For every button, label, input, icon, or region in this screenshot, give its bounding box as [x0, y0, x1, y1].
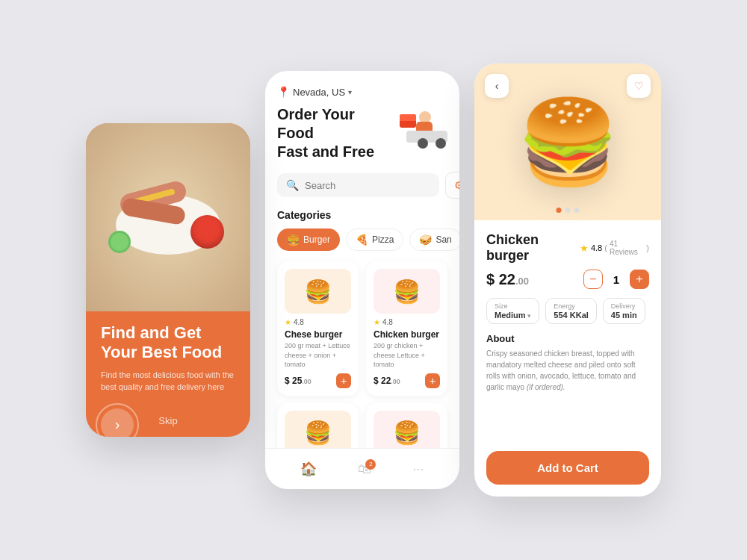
- dot-3[interactable]: [574, 208, 580, 213]
- home-icon: 🏠: [300, 461, 317, 477]
- splash-screen: Find and Get Your Best Food Find the mos…: [86, 123, 250, 437]
- food-card-4[interactable]: 🍔 ★4.8 Double burger 400 gr meat + chees…: [366, 403, 447, 448]
- product-price: $ 22.00: [486, 271, 529, 288]
- add-to-cart-button[interactable]: Add to Cart: [486, 451, 649, 485]
- food-card-3[interactable]: 🍔 ★4.8 Burger 200 gr meat + cheese + oni…: [277, 403, 359, 448]
- nav-more-item[interactable]: ···: [412, 461, 424, 477]
- quantity-decrease-button[interactable]: −: [583, 270, 603, 289]
- categories-label: Categories: [277, 209, 447, 221]
- add-to-cart-2-button[interactable]: +: [425, 373, 440, 388]
- detail-screen: ‹ ♡ 🍔 Chicken burger ★ 4.8 (41 Reviews): [474, 63, 661, 497]
- splash-subtitle: Find the most delicious food with the be…: [101, 369, 235, 393]
- sandwich-emoji-icon: 🥪: [419, 234, 432, 246]
- about-text: Crispy seasoned chicken breast, topped w…: [486, 348, 649, 442]
- arrow-right-icon: ›: [115, 416, 120, 433]
- delivery-tag: Delivery 45 min: [603, 298, 645, 324]
- splash-next-button[interactable]: ›: [101, 408, 134, 437]
- add-to-cart-1-button[interactable]: +: [336, 373, 351, 388]
- size-value: Medium: [495, 311, 526, 320]
- category-sandwich-chip[interactable]: 🥪 San: [409, 228, 459, 251]
- rating-1: 4.8: [294, 318, 304, 326]
- product-title: Chicken burger: [486, 232, 580, 264]
- delivery-value: 45 min: [611, 311, 637, 320]
- product-rating: 4.8: [591, 243, 602, 252]
- splash-hero-image: [86, 123, 250, 311]
- heart-icon: ♡: [634, 80, 644, 92]
- dot-1[interactable]: [557, 208, 562, 213]
- product-tags: Size Medium ▾ Energy 554 KKal Delivery 4…: [486, 298, 649, 324]
- bottom-nav: 🏠 🛍 2 ···: [265, 448, 459, 489]
- cart-badge: 2: [365, 459, 376, 470]
- nav-cart-item[interactable]: 🛍 2: [358, 461, 371, 477]
- location-row[interactable]: 📍 Nevada, US ▾: [277, 86, 447, 98]
- filter-button[interactable]: ⚙: [445, 172, 459, 199]
- pizza-emoji-icon: 🍕: [356, 234, 368, 246]
- rating-star-icon: ★: [580, 243, 589, 254]
- about-title: About: [486, 333, 649, 344]
- category-sandwich-label: San: [436, 234, 451, 245]
- food-image-2: 🍔: [374, 269, 440, 314]
- delivery-label: Delivery: [611, 302, 637, 310]
- location-text: Nevada, US: [293, 87, 345, 98]
- food-grid: 🍔 ★4.8 Chese burger 200 gr meat + Lettuc…: [277, 261, 447, 448]
- location-pin-icon: 📍: [277, 86, 290, 98]
- filter-icon: ⚙: [454, 179, 460, 191]
- search-icon: 🔍: [286, 179, 299, 191]
- energy-value: 554 KKal: [554, 311, 588, 320]
- food-image-1: 🍔: [285, 269, 351, 314]
- quantity-control: − 1 +: [583, 270, 649, 289]
- rating-2: 4.8: [382, 318, 393, 326]
- chevron-down-icon: ▾: [348, 88, 352, 96]
- energy-label: Energy: [554, 302, 588, 310]
- size-tag[interactable]: Size Medium ▾: [486, 298, 539, 324]
- dot-2[interactable]: [565, 208, 571, 213]
- food-card-1[interactable]: 🍔 ★4.8 Chese burger 200 gr meat + Lettuc…: [277, 261, 359, 396]
- food-price-2: $ 22.00: [374, 376, 400, 386]
- food-desc-1: 200 gr meat + Lettuce cheese + onion + t…: [285, 341, 351, 370]
- search-box[interactable]: 🔍: [277, 173, 439, 197]
- quantity-value: 1: [610, 273, 622, 286]
- more-icon: ···: [412, 461, 424, 477]
- burger-emoji-icon: 🍔: [287, 234, 300, 246]
- food-card-2[interactable]: 🍔 ★4.8 Chicken burger 200 gr chicken + c…: [366, 261, 447, 396]
- energy-tag: Energy 554 KKal: [545, 298, 596, 324]
- carousel-dots: [557, 208, 580, 213]
- category-burger-label: Burger: [303, 234, 330, 245]
- back-button[interactable]: ‹: [485, 74, 509, 98]
- food-name-1: Chese burger: [285, 329, 351, 340]
- main-screen: 📍 Nevada, US ▾ Order Your Food Fast and …: [265, 71, 459, 489]
- category-pizza-chip[interactable]: 🍕 Pizza: [346, 228, 403, 251]
- detail-hero: ‹ ♡ 🍔: [474, 63, 661, 220]
- splash-title: Find and Get Your Best Food: [101, 323, 235, 363]
- category-burger-chip[interactable]: 🍔 Burger: [277, 228, 340, 251]
- categories-row: 🍔 Burger 🍕 Pizza 🥪 San: [277, 228, 447, 251]
- star-icon-2: ★: [374, 318, 380, 326]
- food-image-4: 🍔: [374, 411, 440, 448]
- food-price-1: $ 25.00: [285, 376, 311, 386]
- review-count: 41 Reviews: [610, 240, 644, 256]
- star-icon: ★: [285, 318, 291, 326]
- category-pizza-label: Pizza: [372, 234, 394, 245]
- product-reviews: (: [604, 243, 607, 252]
- delivery-illustration: [395, 105, 447, 150]
- food-name-2: Chicken burger: [374, 329, 440, 340]
- food-desc-2: 200 gr chicken + cheese Lettuce + tomato: [374, 341, 440, 370]
- search-input[interactable]: [305, 180, 430, 191]
- food-image-3: 🍔: [285, 411, 351, 448]
- size-label: Size: [495, 302, 531, 310]
- main-title: Order Your Food Fast and Free: [277, 105, 395, 161]
- size-chevron-icon: ▾: [527, 312, 531, 320]
- product-image: 🍔: [517, 94, 619, 190]
- favorite-button[interactable]: ♡: [627, 74, 651, 98]
- search-row: 🔍 ⚙: [277, 172, 447, 199]
- nav-home-item[interactable]: 🏠: [300, 461, 317, 477]
- quantity-increase-button[interactable]: +: [630, 270, 649, 289]
